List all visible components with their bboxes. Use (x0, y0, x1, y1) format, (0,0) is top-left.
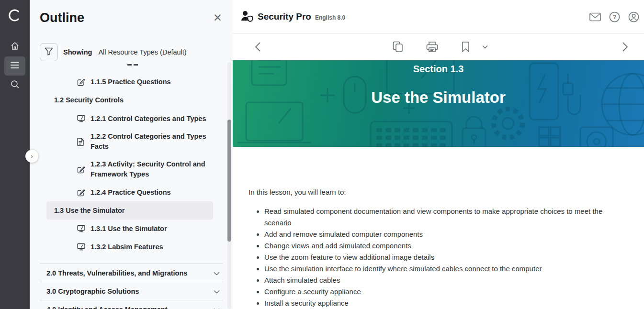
lesson-bullet: Add and remove simulated computer compon… (264, 229, 611, 240)
outline-item[interactable]: 1.3.1 Use the Simulator (30, 220, 233, 238)
menu-icon (11, 62, 19, 70)
lesson-intro: In this lesson, you will learn to: (249, 187, 625, 198)
practice-icon (77, 188, 85, 197)
lesson-bullet: Use the zoom feature to view additional … (264, 252, 611, 263)
video-icon (77, 225, 85, 232)
outline-item[interactable]: 1.2.2 Control Categories and Types Facts (30, 128, 233, 155)
lesson-content: In this lesson, you will learn to: Read … (233, 147, 644, 309)
outline-item[interactable]: 1.2.3 Activity: Security Control and Fra… (30, 155, 233, 183)
outline-panel: Outline ✕ Showing All Resource Types (De… (30, 0, 233, 309)
lesson-bullet: Configure a security appliance (264, 286, 611, 298)
showing-label: Showing (63, 48, 92, 56)
course-title: Security Pro (258, 11, 311, 22)
section-label: 2.0 Threats, Vulnerabilities, and Migrat… (46, 269, 187, 277)
practice-icon (77, 166, 85, 174)
lesson-bullet: Install a security appliance (264, 298, 611, 309)
outline-item[interactable]: 1.2 Security Controls (30, 91, 233, 110)
outline-item[interactable]: 1.1.5 Practice Questions (30, 73, 233, 91)
fact-icon (77, 138, 85, 146)
previous-page-icon[interactable] (255, 42, 261, 52)
lesson-bullet: Attach simulated cables (264, 275, 611, 286)
outline-item-label: 1.2.4 Practice Questions (90, 188, 171, 198)
svg-text:?: ? (613, 14, 617, 21)
print-icon[interactable] (426, 42, 438, 53)
course-header: Security Pro English 8.0 ? (233, 0, 644, 33)
outline-item-label: 1.3.1 Use the Simulator (90, 224, 167, 234)
outline-item-label: 1.2.2 Control Categories and Types Facts (90, 132, 216, 152)
outline-item-label: 1.2 Security Controls (54, 95, 124, 105)
outline-item-label: 1.1.5 Practice Questions (90, 77, 171, 87)
course-brand: Security Pro English 8.0 (240, 0, 345, 33)
section-collapsed[interactable]: 2.0 Threats, Vulnerabilities, and Migrat… (40, 264, 223, 282)
chevron-down-icon (214, 306, 220, 309)
outline-list: 1.1.5 Practice Questions 1.2 Security Co… (30, 64, 233, 309)
home-icon (10, 41, 20, 53)
banner-title: Use the Simulator (233, 88, 644, 107)
panel-title: Outline (40, 11, 84, 25)
lesson-bullet: Read simulated component documentation a… (264, 206, 611, 229)
lesson-toolbar (233, 33, 644, 60)
main-area: Security Pro English 8.0 ? (233, 0, 644, 309)
outline-item[interactable]: 1.2.4 Practice Questions (30, 183, 233, 201)
funnel-icon (45, 47, 53, 57)
search-button[interactable] (4, 76, 25, 95)
header-actions: ? (589, 0, 639, 33)
course-subtitle: English 8.0 (315, 14, 345, 21)
section-label: 3.0 Cryptographic Solutions (46, 287, 139, 295)
security-person-icon (240, 10, 253, 24)
outline-item[interactable]: 1.3.2 Labsim Features (30, 238, 233, 256)
account-icon[interactable] (628, 11, 639, 22)
section-collapsed[interactable]: 4.0 Identity and Access Management (40, 300, 223, 309)
outline-menu-button[interactable] (4, 56, 25, 76)
clipped-row-fragment (30, 64, 233, 73)
filter-value: All Resource Types (Default) (98, 48, 186, 56)
search-icon (11, 80, 20, 91)
next-page-icon[interactable] (622, 42, 628, 52)
home-button[interactable] (4, 37, 25, 56)
outline-item-selected[interactable]: 1.3 Use the Simulator (46, 201, 213, 220)
chevron-down-icon (214, 269, 220, 277)
section-banner: Section 1.3 Use the Simulator (233, 60, 644, 147)
video-icon (77, 243, 85, 251)
practice-icon (77, 78, 85, 86)
brand-logo-icon[interactable] (8, 8, 22, 24)
copy-icon[interactable] (393, 41, 403, 53)
outline-item-label: 1.2.3 Activity: Security Control and Fra… (90, 159, 216, 179)
bookmark-menu-chevron-icon[interactable] (482, 45, 488, 49)
filter-row: Showing All Resource Types (Default) (40, 43, 187, 61)
chevron-down-icon (214, 287, 220, 295)
mail-icon[interactable] (589, 12, 601, 22)
lesson-bullet: Use the simulation interface to identify… (264, 263, 611, 275)
outline-item-label: 1.3.2 Labsim Features (90, 242, 163, 252)
outline-item-label: 1.3 Use the Simulator (54, 206, 124, 216)
outline-item[interactable]: 1.2.1 Control Categories and Types (30, 110, 233, 128)
section-collapsed[interactable]: 3.0 Cryptographic Solutions (40, 282, 223, 300)
help-icon[interactable]: ? (609, 11, 620, 22)
outline-scrollbar-thumb[interactable] (227, 120, 231, 242)
lesson-bullet: Change views and add simulated component… (264, 240, 611, 252)
filter-button[interactable] (40, 43, 58, 61)
section-label: 4.0 Identity and Access Management (46, 306, 168, 309)
lesson-objectives-list: Read simulated component documentation a… (249, 206, 611, 309)
panel-expander-button[interactable]: › (25, 150, 38, 163)
close-icon[interactable]: ✕ (213, 12, 222, 23)
video-icon (77, 115, 85, 122)
bookmark-icon[interactable] (462, 42, 470, 53)
banner-section-number: Section 1.3 (233, 64, 644, 75)
outline-item-label: 1.2.1 Control Categories and Types (90, 114, 206, 124)
